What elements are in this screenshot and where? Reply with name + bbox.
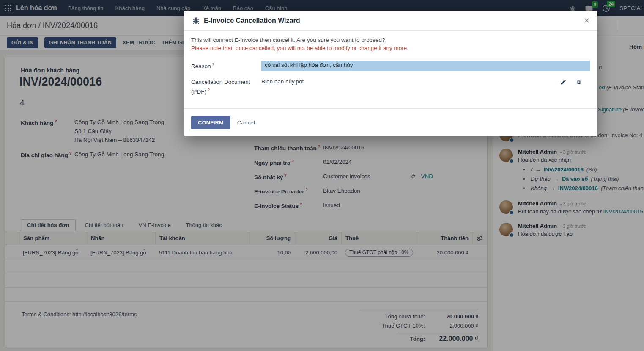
cancellation-document-row: Cancellation Document (PDF)? Biên bản hủ…	[191, 78, 590, 96]
reason-field-row: Reason? có sai sót khi lập hóa đơn, cần …	[191, 61, 590, 71]
modal-footer: CONFIRM Cancel	[184, 108, 597, 136]
modal-body: This will connect E-Invoice then cancel …	[184, 31, 597, 96]
help-marker: ?	[208, 88, 210, 92]
modal-warning-text: Please note that, once cancelled, you wi…	[191, 45, 590, 51]
modal-intro-text: This will connect E-Invoice then cancel …	[191, 37, 590, 43]
modal-header: E-Invoice Cancellation Wizard ✕	[184, 11, 597, 31]
close-icon[interactable]: ✕	[584, 17, 590, 25]
einvoice-cancellation-modal: E-Invoice Cancellation Wizard ✕ This wil…	[184, 11, 597, 136]
help-marker: ?	[212, 62, 214, 66]
cancellation-document-filename[interactable]: Biên bản hủy.pdf	[261, 78, 304, 85]
modal-title: E-Invoice Cancellation Wizard	[204, 17, 300, 25]
edit-pencil-icon[interactable]	[560, 79, 567, 85]
reason-input[interactable]: có sai sót khi lập hóa đơn, cần hủy	[261, 61, 590, 71]
cancel-button[interactable]: Cancel	[237, 119, 255, 126]
confirm-button[interactable]: CONFIRM	[191, 116, 230, 129]
delete-trash-icon[interactable]	[576, 79, 582, 85]
reason-label: Reason?	[191, 61, 261, 70]
cancellation-document-label: Cancellation Document (PDF)?	[191, 78, 261, 96]
bug-icon	[192, 17, 200, 24]
